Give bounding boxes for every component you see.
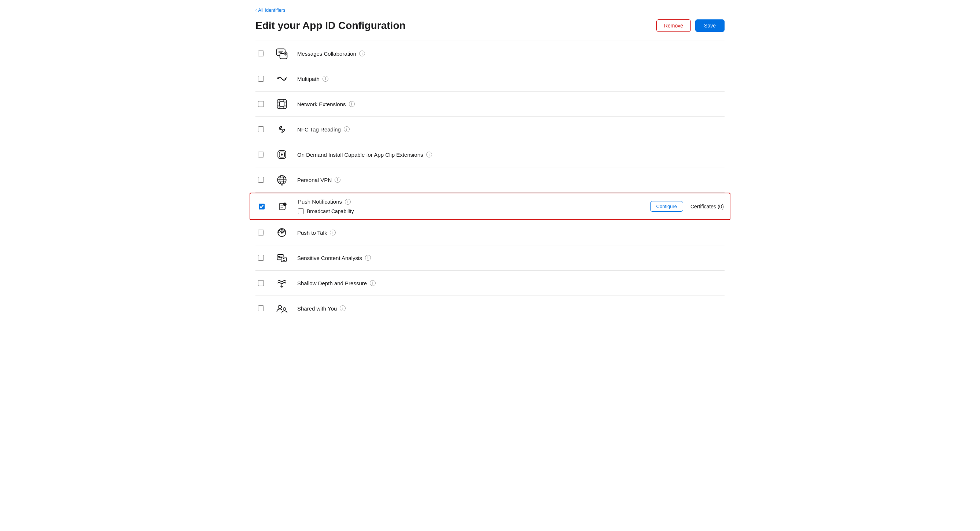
shared-with-you-name: Shared with You bbox=[297, 306, 337, 312]
sensitive-content-checkbox[interactable] bbox=[258, 255, 264, 261]
nfc-tag-reading-checkbox[interactable] bbox=[258, 126, 264, 132]
capability-row: On Demand Install Capable for App Clip E… bbox=[255, 142, 725, 167]
capability-row: Network Extensions i bbox=[255, 92, 725, 117]
nfc-icon bbox=[274, 123, 290, 136]
capability-name: On Demand Install Capable for App Clip E… bbox=[297, 152, 423, 158]
sensitive-content-icon bbox=[274, 251, 290, 265]
vpn-icon bbox=[274, 173, 290, 186]
info-icon[interactable]: i bbox=[323, 76, 328, 82]
breadcrumb[interactable]: All Identifiers bbox=[255, 7, 725, 13]
capability-row: Multipath i bbox=[255, 66, 725, 92]
save-button[interactable]: Save bbox=[695, 19, 725, 32]
broadcast-capability-checkbox[interactable] bbox=[298, 208, 304, 214]
messages-collaboration-icon bbox=[274, 47, 290, 60]
info-icon[interactable]: i bbox=[370, 280, 375, 286]
svg-point-17 bbox=[281, 128, 283, 130]
messages-collaboration-checkbox[interactable] bbox=[258, 51, 264, 56]
capability-name: Push to Talk bbox=[297, 230, 327, 236]
capability-name: Shallow Depth and Pressure bbox=[297, 280, 367, 286]
svg-point-32 bbox=[281, 231, 283, 233]
capability-name: Network Extensions bbox=[297, 101, 346, 107]
push-notifications-name: Push Notifications bbox=[298, 198, 342, 205]
app-clip-icon bbox=[274, 148, 290, 161]
shared-with-you-checkbox[interactable] bbox=[258, 306, 264, 311]
info-icon[interactable]: i bbox=[426, 152, 432, 157]
capability-row: Push to Talk i bbox=[255, 220, 725, 246]
push-notifications-icon bbox=[275, 200, 291, 213]
info-icon[interactable]: i bbox=[359, 51, 365, 56]
capability-row: Shared with You i bbox=[255, 296, 725, 321]
page-title: Edit your App ID Configuration bbox=[255, 20, 406, 32]
svg-point-38 bbox=[283, 258, 285, 259]
svg-point-41 bbox=[278, 306, 282, 309]
capability-name: Messages Collaboration bbox=[297, 51, 356, 57]
info-icon[interactable]: i bbox=[340, 306, 345, 311]
on-demand-install-checkbox[interactable] bbox=[258, 152, 264, 157]
capability-row: Shallow Depth and Pressure i bbox=[255, 271, 725, 296]
svg-point-28 bbox=[283, 203, 286, 206]
info-icon[interactable]: i bbox=[349, 101, 355, 107]
configure-button[interactable]: Configure bbox=[650, 201, 683, 212]
info-icon[interactable]: i bbox=[335, 177, 340, 183]
shared-with-you-icon bbox=[274, 302, 290, 315]
capability-list: Messages Collaboration i Multipath bbox=[255, 41, 725, 321]
capability-name: Personal VPN bbox=[297, 177, 332, 183]
info-icon[interactable]: i bbox=[330, 230, 336, 235]
capability-row: Personal VPN i bbox=[255, 167, 725, 193]
svg-point-42 bbox=[283, 308, 286, 310]
capability-row: Messages Collaboration i bbox=[255, 41, 725, 66]
capability-name: NFC Tag Reading bbox=[297, 126, 341, 133]
push-notifications-checkbox[interactable] bbox=[259, 204, 265, 209]
svg-rect-8 bbox=[280, 102, 285, 106]
capability-row: Sensitive Content Analysis i bbox=[255, 246, 725, 271]
push-notifications-info-icon[interactable]: i bbox=[345, 199, 351, 205]
push-to-talk-icon bbox=[274, 226, 290, 239]
multipath-checkbox[interactable] bbox=[258, 76, 264, 82]
broadcast-capability-label: Broadcast Capability bbox=[307, 208, 354, 214]
multipath-icon bbox=[274, 72, 290, 85]
push-notifications-row: Push Notifications i Broadcast Capabilit… bbox=[250, 193, 730, 220]
network-extensions-icon bbox=[274, 97, 290, 111]
capability-name: Sensitive Content Analysis bbox=[297, 255, 362, 261]
depth-pressure-icon bbox=[274, 276, 290, 290]
shallow-depth-checkbox[interactable] bbox=[258, 280, 264, 286]
personal-vpn-checkbox[interactable] bbox=[258, 177, 264, 183]
network-extensions-checkbox[interactable] bbox=[258, 101, 264, 107]
svg-point-34 bbox=[278, 256, 280, 258]
capability-name: Multipath bbox=[297, 76, 320, 82]
capability-row: NFC Tag Reading i bbox=[255, 117, 725, 142]
certificates-text: Certificates (0) bbox=[690, 204, 724, 209]
info-icon[interactable]: i bbox=[365, 255, 371, 261]
push-to-talk-checkbox[interactable] bbox=[258, 230, 264, 235]
remove-button[interactable]: Remove bbox=[656, 19, 691, 32]
svg-rect-7 bbox=[277, 99, 286, 108]
info-icon[interactable]: i bbox=[344, 126, 350, 132]
svg-point-20 bbox=[281, 154, 283, 155]
